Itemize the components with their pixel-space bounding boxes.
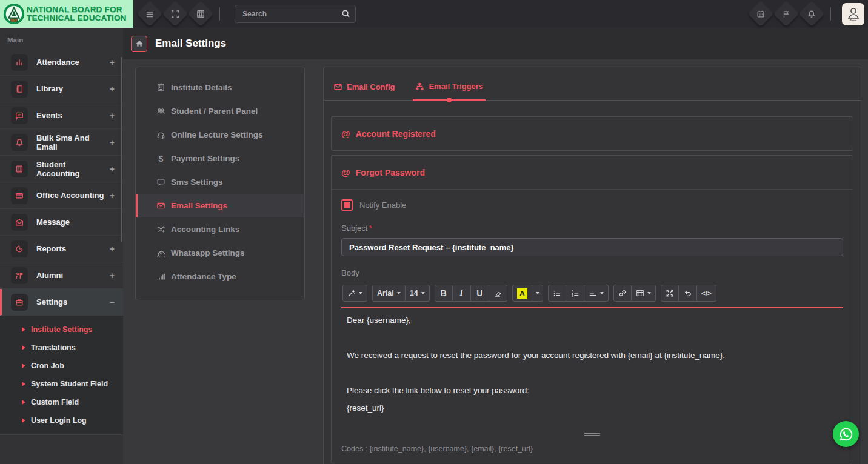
sidebar-item-alumni[interactable]: Alumni + bbox=[0, 262, 123, 289]
italic-button[interactable]: I bbox=[453, 285, 471, 302]
sidebar-item-library[interactable]: Library + bbox=[0, 76, 123, 102]
undo-button[interactable] bbox=[679, 285, 697, 302]
submenu-item-system-student-field[interactable]: System Student Field bbox=[0, 375, 123, 393]
nav-item-sms-settings[interactable]: Sms Settings bbox=[136, 170, 304, 194]
settings-nav-list: Institute Details Student / Parent Panel… bbox=[136, 76, 304, 288]
submenu-item-cron-job[interactable]: Cron Job bbox=[0, 357, 123, 375]
sidebar-item-label: Reports bbox=[36, 244, 110, 253]
numbered-list-icon bbox=[571, 289, 579, 297]
calendar-button[interactable] bbox=[748, 1, 773, 27]
sidebar-item-attendance[interactable]: Attendance + bbox=[0, 49, 123, 76]
user-avatar[interactable]: Photo bbox=[842, 3, 864, 25]
clear-format-button[interactable] bbox=[489, 285, 507, 302]
apps-grid-button[interactable] bbox=[188, 1, 213, 27]
menu-toggle-button[interactable] bbox=[137, 1, 162, 27]
bell-icon bbox=[11, 134, 28, 151]
sidebar-item-bulk-sms-and-email[interactable]: Bulk Sms And Email + bbox=[0, 129, 123, 156]
editor-paragraph: {reset_url} bbox=[347, 403, 838, 413]
table-button[interactable] bbox=[632, 285, 656, 302]
nav-item-label: Institute Details bbox=[171, 83, 232, 92]
subject-label: Subject* bbox=[341, 224, 843, 233]
subject-input[interactable] bbox=[341, 238, 843, 256]
editor-resize-handle[interactable] bbox=[341, 431, 843, 437]
paragraph-align-button[interactable] bbox=[584, 285, 609, 302]
sidebar-scrollbar[interactable] bbox=[121, 57, 122, 242]
submenu-item-custom-field[interactable]: Custom Field bbox=[0, 393, 123, 411]
submenu-item-label: User Login Log bbox=[31, 416, 87, 425]
forgot-password-body: Notify Enable Subject* Body bbox=[332, 190, 853, 463]
panel-account-registered: @ Account Registered bbox=[331, 116, 853, 151]
nav-item-whatsapp-settings[interactable]: Whatsapp Settings bbox=[136, 241, 304, 265]
forgot-password-header[interactable]: @ Forgot Password bbox=[332, 156, 853, 189]
caret-right-icon bbox=[22, 345, 25, 350]
caret-right-icon bbox=[22, 327, 25, 332]
link-button[interactable] bbox=[613, 285, 632, 302]
submenu-item-label: Cron Job bbox=[31, 362, 64, 370]
flag-button[interactable] bbox=[773, 1, 799, 27]
home-button[interactable] bbox=[131, 36, 147, 52]
ordered-list-button[interactable] bbox=[566, 285, 584, 302]
caret-right-icon bbox=[22, 363, 25, 368]
app-logo[interactable]: NATIONAL BOARD FOR TECHNICAL EDUCATION bbox=[0, 0, 133, 28]
nav-item-attendance-type[interactable]: Attendance Type bbox=[136, 265, 304, 288]
magic-style-button[interactable] bbox=[342, 285, 367, 302]
sidebar-item-label: Events bbox=[36, 111, 110, 120]
style-group bbox=[342, 285, 367, 302]
envelope-icon bbox=[156, 201, 166, 210]
highlight-color-swatch: A bbox=[517, 288, 527, 299]
flag-icon bbox=[782, 10, 790, 18]
bell-icon bbox=[807, 10, 816, 18]
editor-blank-line bbox=[347, 368, 838, 378]
bold-button[interactable]: B bbox=[435, 285, 453, 302]
nav-item-label: Online Lecture Settings bbox=[171, 130, 263, 139]
undo-icon bbox=[684, 289, 692, 297]
submenu-item-institute-settings[interactable]: Institute Settings bbox=[0, 320, 123, 339]
submenu-item-translations[interactable]: Translations bbox=[0, 339, 123, 357]
nav-item-email-settings[interactable]: Email Settings bbox=[136, 194, 304, 217]
briefcase-icon bbox=[11, 294, 28, 311]
sidebar-item-office-accounting[interactable]: Office Accounting + bbox=[0, 182, 123, 209]
sidebar-item-events[interactable]: Events + bbox=[0, 102, 123, 129]
search-icon[interactable] bbox=[341, 9, 350, 18]
fullscreen-button[interactable] bbox=[661, 285, 679, 302]
notify-enable-row[interactable]: Notify Enable bbox=[341, 199, 843, 211]
notifications-button[interactable] bbox=[799, 1, 824, 27]
logo-text: NATIONAL BOARD FOR TECHNICAL EDUCATION bbox=[27, 5, 127, 22]
nav-item-payment-settings[interactable]: $ Payment Settings bbox=[136, 147, 304, 170]
fullscreen-button[interactable] bbox=[162, 1, 188, 27]
submenu-item-user-login-log[interactable]: User Login Log bbox=[0, 411, 123, 429]
sms-bubble-icon bbox=[156, 177, 166, 187]
tab-email-triggers[interactable]: Email Triggers bbox=[413, 82, 486, 101]
font-size-dropdown[interactable]: 14 bbox=[406, 285, 430, 302]
font-family-dropdown[interactable]: Arial bbox=[372, 285, 406, 302]
account-registered-header[interactable]: @ Account Registered bbox=[332, 117, 853, 150]
nav-item-accounting-links[interactable]: Accounting Links bbox=[136, 217, 304, 241]
sidebar-item-student-accounting[interactable]: Student Accounting + bbox=[0, 156, 123, 182]
editor-text-area[interactable]: Dear {username}, We received a request t… bbox=[341, 307, 843, 431]
panel-title: Account Registered bbox=[356, 129, 436, 139]
list-group bbox=[548, 285, 609, 302]
code-view-button[interactable]: </> bbox=[697, 285, 716, 302]
nav-item-student-parent-panel[interactable]: Student / Parent Panel bbox=[136, 99, 304, 123]
underline-button[interactable]: U bbox=[471, 285, 489, 302]
font-color-button[interactable]: A bbox=[512, 285, 532, 302]
sidebar-item-message[interactable]: Message bbox=[0, 209, 123, 236]
color-dropdown-button[interactable] bbox=[532, 285, 543, 302]
ledger-card-icon bbox=[11, 161, 28, 177]
unordered-list-button[interactable] bbox=[548, 285, 566, 302]
book-icon bbox=[11, 81, 28, 98]
nav-item-institute-details[interactable]: Institute Details bbox=[136, 76, 304, 99]
sidebar-item-reports[interactable]: Reports + bbox=[0, 236, 123, 262]
search-input[interactable] bbox=[235, 5, 356, 23]
nav-item-online-lecture-settings[interactable]: Online Lecture Settings bbox=[136, 123, 304, 147]
tab-email-config[interactable]: Email Config bbox=[331, 82, 397, 100]
whatsapp-icon bbox=[838, 426, 854, 442]
editor-paragraph: Dear {username}, bbox=[347, 315, 838, 325]
expand-indicator: + bbox=[110, 244, 115, 254]
logo-line-2: TECHNICAL EDUCATION bbox=[27, 14, 127, 22]
envelope-icon bbox=[333, 82, 342, 91]
notify-enable-checkbox[interactable] bbox=[341, 199, 353, 211]
sidebar-item-settings[interactable]: Settings − bbox=[0, 289, 123, 316]
whatsapp-fab[interactable] bbox=[833, 421, 859, 447]
font-group: Arial 14 bbox=[372, 285, 430, 302]
